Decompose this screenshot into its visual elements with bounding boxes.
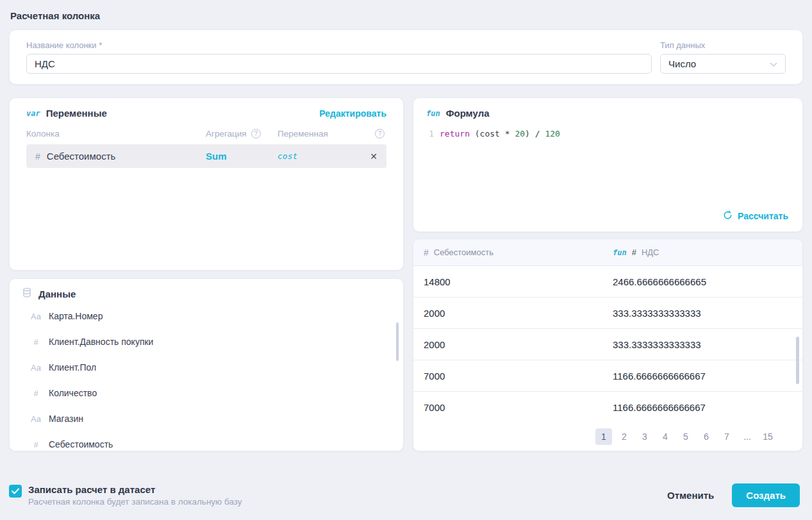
column-name-field-block: Название колонки * [26,40,652,74]
page-title: Расчетная колонка [9,9,803,21]
variable-column-name: Себестоимость [47,151,116,162]
list-item[interactable]: # Себестоимость [20,432,393,451]
remove-variable-icon[interactable]: ✕ [366,151,377,162]
pagination-page[interactable]: 1 [595,428,612,445]
number-type-icon: # [632,247,636,257]
right-column: fun Формула 1 return (cost * 20) / 120 Р… [413,97,803,451]
data-type-field-block: Тип данных Число [660,40,786,74]
number-type-icon: # [424,247,429,258]
result-column-cost[interactable]: # Себестоимость [424,247,613,258]
data-fields-list: Aa Карта.Номер # Клиент.Давность покупки… [20,303,393,451]
database-icon [22,287,32,301]
text-type-icon: Aa [29,414,43,424]
cancel-button[interactable]: Отменить [667,490,714,501]
fun-icon: fun [426,109,440,118]
variables-title: Переменные [46,108,107,119]
list-item[interactable]: Aa Магазин [20,406,393,432]
dialog-actions: Отменить Создать [667,483,803,507]
list-item[interactable]: Aa Карта.Номер [20,303,393,329]
variables-card: var Переменные Редактировать Колонка Агр… [9,97,404,271]
list-item[interactable]: Aa Клиент.Пол [20,355,393,380]
text-type-icon: Aa [29,312,43,321]
data-fields-card: Данные Aa Карта.Номер # Клиент.Давность … [9,278,404,451]
table-row: 7000 1166.6666666666667 [413,360,802,392]
table-row: 7000 1166.6666666666667 [413,392,802,422]
data-fields-title: Данные [38,289,76,299]
variable-aggregation[interactable]: Sum [206,151,278,162]
formula-card: fun Формула 1 return (cost * 20) / 120 Р… [413,97,803,232]
pagination-page[interactable]: 6 [698,428,715,445]
pagination-ellipsis: ... [739,428,756,445]
number-type-icon: # [29,337,43,347]
calculate-label: Рассчитать [738,211,788,221]
variables-header: var Переменные Редактировать [26,108,386,119]
aggregation-help-icon[interactable]: ? [251,129,261,138]
calculate-button[interactable]: Рассчитать [723,210,788,222]
formula-code: return (cost * 20) / 120 [440,129,560,138]
var-icon: var [26,109,40,118]
result-table-header: # Себестоимость fun # НДС [413,239,802,266]
column-settings-card: Название колонки * Тип данных Число [9,29,803,85]
column-header-variable: Переменная [278,129,375,138]
save-to-dataset-hint: Расчетная колонка будет записана в локал… [28,497,242,507]
left-column: var Переменные Редактировать Колонка Агр… [9,97,404,451]
formula-header: fun Формула [426,108,790,119]
variable-name[interactable]: cost [278,151,366,161]
pagination-page[interactable]: 4 [657,428,674,445]
result-column-vat[interactable]: fun # НДС [613,247,802,257]
text-type-icon: Aa [29,363,43,373]
refresh-icon [723,210,733,222]
save-to-dataset-block: Записать расчет в датасет Расчетная коло… [9,484,242,507]
fun-icon: fun [613,248,627,257]
variables-table-header: Колонка Агрегация ? Переменная ? [26,129,386,138]
number-type-icon: # [35,151,40,162]
list-item[interactable]: # Количество [20,380,393,406]
table-row: 2000 333.3333333333333 [413,298,802,329]
edit-variables-button[interactable]: Редактировать [319,108,386,119]
variable-row[interactable]: # Себестоимость Sum cost ✕ [26,144,386,168]
pagination-page[interactable]: 15 [759,428,776,445]
column-name-input[interactable] [26,54,652,74]
save-to-dataset-label: Записать расчет в датасет [28,484,242,495]
data-fields-header: Данные [20,287,393,301]
chevron-down-icon [770,58,777,69]
data-type-select[interactable]: Число [660,54,786,74]
main-content: var Переменные Редактировать Колонка Агр… [9,97,803,451]
column-name-label: Название колонки * [26,40,652,50]
check-icon [12,488,19,494]
dialog-footer: Записать расчет в датасет Расчетная коло… [9,483,803,507]
calculated-column-dialog: Расчетная колонка Название колонки * Тип… [0,0,812,520]
create-button[interactable]: Создать [732,483,800,507]
pagination-page[interactable]: 5 [677,428,694,445]
number-type-icon: # [29,440,43,449]
result-table-scrollbar[interactable] [796,337,799,384]
formula-code-editor[interactable]: 1 return (cost * 20) / 120 [426,129,790,138]
data-list-scrollbar[interactable] [396,323,399,361]
save-to-dataset-checkbox[interactable] [9,485,22,498]
number-type-icon: # [29,389,43,398]
pagination-page[interactable]: 7 [718,428,735,445]
result-table-body: 14800 2466.6666666666665 2000 333.333333… [413,266,802,422]
list-item[interactable]: # Клиент.Давность покупки [20,329,393,355]
pagination: 1 2 3 4 5 6 7 ... 15 [413,422,802,451]
line-number: 1 [426,129,434,138]
column-header-column: Колонка [26,129,206,138]
result-table-card: # Себестоимость fun # НДС 14800 2466.666… [413,239,803,451]
formula-title: Формула [446,108,490,119]
column-header-aggregation: Агрегация [206,129,247,138]
table-row: 2000 333.3333333333333 [413,329,802,360]
pagination-page[interactable]: 2 [616,428,633,445]
data-type-value: Число [668,58,696,69]
pagination-page[interactable]: 3 [636,428,653,445]
variable-help-icon[interactable]: ? [375,129,385,138]
table-row: 14800 2466.6666666666665 [413,266,802,298]
data-type-label: Тип данных [660,40,786,50]
